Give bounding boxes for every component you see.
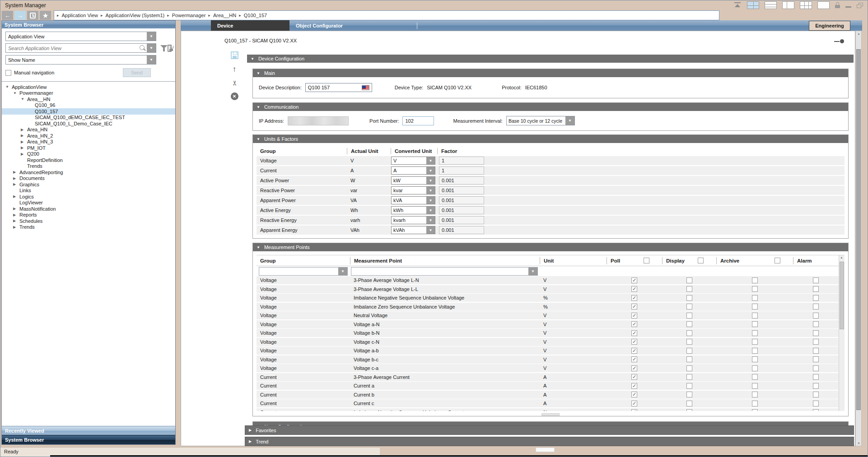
poll-checkbox[interactable]: ✓ <box>631 304 637 309</box>
chevron-down-icon[interactable]: ▼ <box>426 187 435 194</box>
scrollbar-thumb[interactable] <box>840 262 844 329</box>
layout-quad-icon[interactable] <box>747 1 759 9</box>
group-filter-select[interactable]: ▼ <box>259 267 348 276</box>
chevron-down-icon[interactable]: ▼ <box>565 116 574 125</box>
archive-checkbox[interactable] <box>752 356 758 362</box>
search-box[interactable]: ▼ <box>5 43 156 53</box>
chevron-down-icon[interactable]: ▼ <box>426 226 435 234</box>
archive-checkbox[interactable] <box>752 286 758 292</box>
alarm-checkbox[interactable] <box>813 392 819 397</box>
measurement-table-scrollbar[interactable]: ▲ <box>839 255 845 411</box>
recently-viewed-bar[interactable]: Recently Viewed <box>2 426 175 435</box>
poll-checkbox[interactable]: ✓ <box>631 374 637 380</box>
tree-item-Q200[interactable]: ▶Q200 <box>2 151 175 157</box>
view-select[interactable]: Application View ▼ <box>5 32 156 41</box>
section-main[interactable]: ▼ Main <box>253 69 848 77</box>
tree-item-SICAM_Q100_L_Demo_Case_IEC[interactable]: SICAM_Q100_L_Demo_Case_IEC <box>2 120 175 127</box>
tree-item-Area__HN[interactable]: ▼Area__HN <box>2 96 175 102</box>
measurement-table-row[interactable]: VoltageVoltage c-aV✓ <box>257 364 839 372</box>
breadcrumb-item[interactable]: ApplicationView (System1) <box>106 13 165 18</box>
breadcrumb-item[interactable]: Q100_157 <box>244 13 267 18</box>
point-filter-select[interactable]: ▼ <box>351 267 538 276</box>
poll-checkbox[interactable]: ✓ <box>631 330 637 336</box>
favorites-button[interactable]: ★ <box>40 11 51 20</box>
display-checkbox[interactable] <box>686 330 692 336</box>
system-browser-bar[interactable]: System Browser <box>2 435 175 444</box>
table-resize-grip[interactable] <box>541 413 560 416</box>
breadcrumb-item[interactable]: Powermanager <box>172 13 206 18</box>
poll-checkbox[interactable]: ✓ <box>631 348 637 354</box>
tree-item-Reports[interactable]: ▶Reports <box>2 212 175 218</box>
display-checkbox[interactable] <box>686 409 692 411</box>
layout-rows-icon[interactable] <box>765 1 777 9</box>
display-checkbox[interactable] <box>686 365 692 371</box>
display-checkbox[interactable] <box>686 348 692 354</box>
tree-collapsed-icon[interactable]: ▶ <box>13 219 19 223</box>
chevron-down-icon[interactable]: ▼ <box>426 207 435 214</box>
measurement-table-row[interactable]: CurrentCurrent bA✓ <box>257 391 839 399</box>
tree-collapsed-icon[interactable]: ▶ <box>13 213 19 217</box>
archive-checkbox[interactable] <box>752 383 758 389</box>
factor-field[interactable]: 0.001 <box>439 196 484 204</box>
device-description-field[interactable]: Q100 157 <box>305 83 372 92</box>
archive-checkbox[interactable] <box>752 365 758 371</box>
scroll-up-icon[interactable]: ▲ <box>857 32 860 35</box>
alarm-checkbox[interactable] <box>813 356 819 362</box>
measurement-table-row[interactable]: VoltageVoltage a-bV✓ <box>257 346 839 355</box>
display-checkbox[interactable] <box>686 401 692 406</box>
alarm-checkbox[interactable] <box>813 383 819 389</box>
search-input[interactable] <box>6 44 139 52</box>
display-checkbox[interactable] <box>686 383 692 389</box>
poll-checkbox[interactable]: ✓ <box>631 313 637 319</box>
section-trend[interactable]: ▶ Trend <box>245 437 854 446</box>
display-checkbox[interactable] <box>686 304 692 309</box>
minimize-button[interactable] <box>845 6 851 8</box>
tree-collapsed-icon[interactable]: ▶ <box>21 134 27 138</box>
tree-item-MassNotification[interactable]: ▶MassNotification <box>2 206 175 212</box>
save-device-icon[interactable] <box>231 51 238 59</box>
factor-field[interactable]: 0.001 <box>439 206 484 214</box>
tree-item-SICAM_Q100_dEMO_CASE_IEC_TEST[interactable]: SICAM_Q100_dEMO_CASE_IEC_TEST <box>2 115 175 121</box>
tree-item-PM_IOT[interactable]: ▶PM_IOT <box>2 145 175 151</box>
tree-item-Area_HN_3[interactable]: ▶Area_HN_3 <box>2 139 175 145</box>
alarm-checkbox[interactable] <box>813 313 819 319</box>
measurement-table-row[interactable]: VoltageImbalance Zero Sequence Unbalance… <box>257 303 839 311</box>
show-name-select[interactable]: Show Name ▼ <box>5 55 156 65</box>
measurement-table-row[interactable]: Voltage3-Phase Average Voltage L-LV✓ <box>257 285 839 293</box>
display-select-all-checkbox[interactable] <box>698 258 704 263</box>
tree-collapsed-icon[interactable]: ▶ <box>21 128 27 132</box>
chevron-down-icon[interactable]: ▼ <box>426 177 435 184</box>
poll-checkbox[interactable]: ✓ <box>631 295 637 301</box>
section-units-factors[interactable]: ▼ Units & Factors <box>253 135 848 143</box>
poll-checkbox[interactable]: ✓ <box>631 383 637 389</box>
poll-checkbox[interactable]: ✓ <box>631 339 637 345</box>
converted-unit-select[interactable]: A▼ <box>391 166 435 175</box>
poll-checkbox[interactable]: ✓ <box>631 392 637 397</box>
tree-item-ApplicationView[interactable]: ▼ApplicationView <box>2 84 175 90</box>
panel-scrollbar[interactable]: ▲ ▼ <box>855 31 862 446</box>
archive-checkbox[interactable] <box>752 401 758 406</box>
cancel-icon[interactable]: ✕ <box>231 92 238 100</box>
collapse-panel-icon[interactable] <box>733 2 742 9</box>
converted-unit-select[interactable]: kVAh▼ <box>391 226 435 234</box>
measurement-table-row[interactable]: VoltageNeutral VoltageV✓ <box>257 311 839 319</box>
archive-checkbox[interactable] <box>752 392 758 397</box>
chevron-down-icon[interactable]: ▼ <box>147 55 156 64</box>
tree-item-Q100_157[interactable]: Q100_157 <box>2 108 175 115</box>
poll-checkbox[interactable]: ✓ <box>631 286 637 292</box>
archive-checkbox[interactable] <box>752 409 758 411</box>
tab-object-configurator[interactable]: Object Configurator <box>289 20 349 31</box>
display-checkbox[interactable] <box>686 277 692 283</box>
measurement-table-row[interactable]: VoltageVoltage a-NV✓ <box>257 320 839 328</box>
layout-single-icon[interactable] <box>817 1 830 9</box>
measurement-table-row[interactable]: VoltageImbalance Negative Sequence Unbal… <box>257 294 839 302</box>
breadcrumb-item[interactable]: Area__HN <box>213 13 236 18</box>
tree-item-Trends[interactable]: Trends <box>2 163 175 170</box>
history-button[interactable] <box>27 11 38 20</box>
archive-checkbox[interactable] <box>752 374 758 380</box>
tree-collapsed-icon[interactable]: ▶ <box>13 176 19 180</box>
measurement-table-row[interactable]: CurrentCurrent aA✓ <box>257 382 839 390</box>
factor-field[interactable]: 1 <box>439 157 484 165</box>
send-button[interactable]: Send <box>123 68 151 77</box>
measurement-table-row[interactable]: CurrentCurrent cA✓ <box>257 399 839 407</box>
